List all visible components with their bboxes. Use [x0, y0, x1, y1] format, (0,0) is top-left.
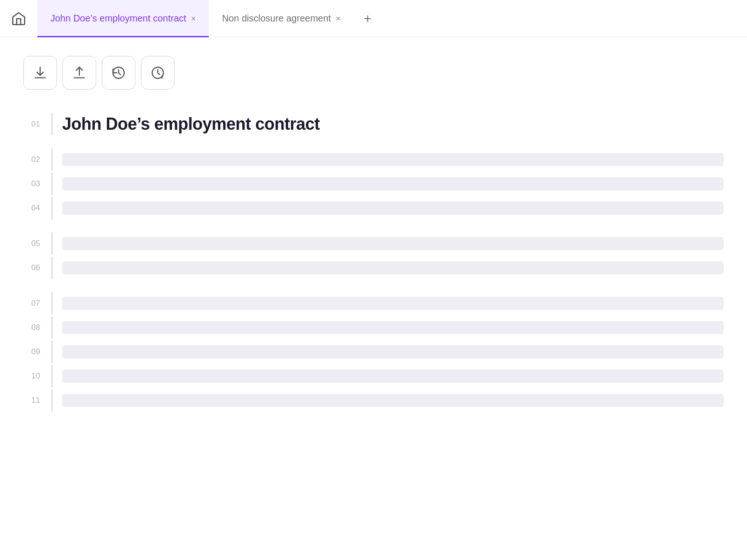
line-number-11: 11	[23, 396, 51, 405]
doc-title[interactable]: John Doe’s employment contract	[62, 114, 724, 134]
line-number-03: 03	[23, 179, 51, 189]
tab-close-button[interactable]: ×	[191, 14, 196, 23]
line-separator-09	[51, 341, 53, 363]
doc-title-text: John Doe’s employment contract	[62, 114, 320, 133]
line-bar-06	[62, 261, 724, 274]
new-tab-button[interactable]: +	[353, 0, 381, 37]
tab-non-disclosure[interactable]: Non disclosure agreement ×	[209, 0, 353, 37]
line-number-04: 04	[23, 203, 51, 213]
line-bar-09	[62, 345, 724, 358]
line-separator-10	[51, 365, 53, 387]
line-separator-11	[51, 389, 53, 412]
doc-line-06[interactable]: 06	[23, 257, 724, 279]
line-bar-03	[62, 177, 724, 190]
line-separator-05	[51, 232, 53, 255]
home-icon	[11, 11, 27, 27]
line-separator-01	[51, 113, 53, 135]
history-icon	[111, 65, 126, 80]
home-button[interactable]	[0, 0, 37, 37]
line-number-06: 06	[23, 263, 51, 273]
line-number-08: 08	[23, 323, 51, 332]
line-separator-03	[51, 173, 53, 195]
line-content-03	[62, 177, 724, 190]
line-content-07	[62, 297, 724, 310]
doc-line-03[interactable]: 03	[23, 173, 724, 195]
line-number-02: 02	[23, 155, 51, 164]
line-number-09: 09	[23, 347, 51, 357]
line-number-10: 10	[23, 371, 51, 381]
tab-label: Non disclosure agreement	[222, 13, 331, 24]
line-content-08	[62, 321, 724, 334]
toolbar: 2	[0, 37, 747, 104]
line-separator-07	[51, 292, 53, 315]
line-bar-10	[62, 370, 724, 383]
doc-line-11[interactable]: 11	[23, 389, 724, 412]
line-bar-11	[62, 394, 724, 407]
history2-button[interactable]: 2	[141, 56, 175, 90]
line-bar-05	[62, 237, 724, 250]
upload-icon	[72, 65, 87, 80]
line-bar-04	[62, 202, 724, 215]
line-separator-04	[51, 197, 53, 219]
tab-close-button[interactable]: ×	[336, 14, 341, 23]
line-number-01: 01	[23, 119, 51, 129]
line-content-06	[62, 261, 724, 274]
line-bar-02	[62, 153, 724, 166]
line-number-07: 07	[23, 299, 51, 308]
doc-line-02[interactable]: 02	[23, 148, 724, 171]
doc-line-04[interactable]: 04	[23, 197, 724, 219]
doc-line-05[interactable]: 05	[23, 232, 724, 255]
line-content-11	[62, 394, 724, 407]
doc-line-01: 01 John Doe’s employment contract	[23, 113, 724, 135]
tab-bar: John Doe’s employment contract × Non dis…	[0, 0, 747, 37]
svg-text:2: 2	[161, 75, 163, 79]
doc-line-09[interactable]: 09	[23, 341, 724, 363]
line-bar-07	[62, 297, 724, 310]
line-separator-08	[51, 316, 53, 339]
line-separator-02	[51, 148, 53, 171]
tab-employment-contract[interactable]: John Doe’s employment contract ×	[37, 0, 209, 37]
line-content-02	[62, 153, 724, 166]
line-bar-08	[62, 321, 724, 334]
doc-line-10[interactable]: 10	[23, 365, 724, 387]
line-content-05	[62, 237, 724, 250]
upload-button[interactable]	[63, 56, 96, 90]
line-number-05: 05	[23, 239, 51, 248]
download-icon	[33, 65, 48, 80]
doc-line-08[interactable]: 08	[23, 316, 724, 339]
line-content-10	[62, 370, 724, 383]
document-area: 01 John Doe’s employment contract 02 03 …	[0, 104, 747, 432]
download-button[interactable]	[23, 56, 57, 90]
history2-icon: 2	[150, 65, 165, 80]
line-content-04	[62, 202, 724, 215]
doc-line-07[interactable]: 07	[23, 292, 724, 315]
tab-label: John Doe’s employment contract	[50, 13, 186, 24]
line-separator-06	[51, 257, 53, 279]
history-button[interactable]	[102, 56, 135, 90]
line-content-09	[62, 345, 724, 358]
